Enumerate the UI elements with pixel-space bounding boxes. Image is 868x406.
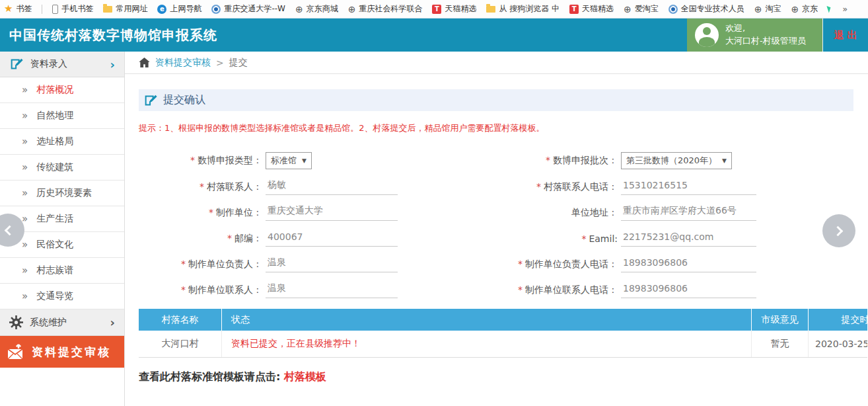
bookmark-label: 手机书签	[61, 3, 93, 15]
bookmarks-overflow-chevron[interactable]: »	[842, 4, 848, 14]
chevron-down-icon: ▼	[302, 157, 307, 164]
required-marker: *	[518, 284, 523, 295]
sidebar-item-natural-geography[interactable]: » 自然地理	[0, 103, 124, 129]
bookmark-item[interactable]: 常用网址	[103, 3, 147, 15]
breadcrumb: 资料提交审核 > 提交	[125, 52, 868, 74]
bookmark-label: 重庆社会科学联合	[359, 3, 422, 15]
unit-leader-phone-input[interactable]	[621, 256, 756, 272]
postcode-input[interactable]	[266, 230, 398, 247]
field-label: *数博申报类型：	[139, 155, 266, 167]
required-marker: *	[581, 233, 586, 244]
village-contact-phone-input[interactable]	[621, 179, 756, 195]
double-chevron-icon: »	[22, 264, 28, 276]
section-title: 提交确认	[163, 93, 205, 107]
field-label-text: Eamil:	[589, 233, 618, 244]
field-label-text: 邮编：	[235, 233, 262, 243]
folder-icon	[486, 6, 495, 13]
next-arrow-button[interactable]	[822, 214, 855, 247]
sidebar-item-traffic-guide[interactable]: » 交通导览	[0, 284, 124, 309]
bookmark-item[interactable]: ⊕ 京东	[791, 3, 818, 15]
bookmark-label: 天猫精选	[445, 3, 476, 15]
globe-icon: ⊕	[791, 5, 799, 14]
double-chevron-icon: »	[22, 136, 28, 147]
unit-contact-phone-input[interactable]	[621, 282, 756, 298]
double-chevron-icon: »	[22, 239, 28, 251]
field-label: *邮编：	[139, 233, 266, 245]
producer-unit-input[interactable]	[266, 204, 398, 221]
globe-icon: ⊕	[754, 5, 762, 14]
bookmark-item[interactable]: ⊕ 京东商城	[295, 3, 338, 15]
bookmark-item[interactable]: ⊕ 重庆社会科学联合	[348, 3, 423, 15]
required-marker: *	[181, 284, 186, 295]
site-logo-icon	[669, 5, 678, 14]
batch-select[interactable]: 第三批数博（2020年） ▼	[621, 152, 732, 169]
cell-village-name: 大河口村	[139, 331, 222, 357]
sidebar-item-label: 系统维护	[30, 317, 104, 329]
required-marker: *	[546, 155, 550, 165]
app-header: 中国传统村落数字博物馆申报系统 欢迎, 大河口村-村级管理员 退 出	[0, 19, 868, 52]
bookmark-label: 书签	[16, 3, 32, 15]
sidebar-item-system-maintenance[interactable]: 系统维护 ›	[0, 309, 124, 336]
email-input[interactable]	[621, 230, 756, 247]
cell-city-opinion: 暂无	[752, 331, 809, 357]
sidebar-item-village-records[interactable]: » 村志族谱	[0, 258, 124, 284]
select-value: 标准馆	[271, 155, 297, 167]
bookmark-item[interactable]: ★ 书签	[4, 3, 32, 15]
sidebar-item-data-entry[interactable]: 资料录入 ›	[0, 52, 124, 77]
double-chevron-icon: »	[22, 161, 28, 173]
bookmark-label: 爱淘宝	[635, 3, 659, 15]
sidebar-item-village-overview[interactable]: » 村落概况	[0, 77, 124, 103]
bookmark-item[interactable]: 手机书签	[52, 3, 93, 15]
cursor-icon	[827, 5, 832, 13]
bookmark-item[interactable]: 重庆交通大学--W	[211, 3, 285, 15]
bookmark-label: 京东	[802, 3, 818, 15]
unit-contact-input[interactable]	[266, 282, 398, 298]
bookmark-item[interactable]: e 上网导航	[157, 3, 201, 15]
mail-submit-icon	[7, 343, 26, 360]
sidebar-item-traditional-architecture[interactable]: » 传统建筑	[0, 155, 124, 181]
sidebar-item-label: 选址格局	[36, 136, 73, 147]
village-template-link[interactable]: 村落模板	[284, 370, 326, 383]
home-icon[interactable]	[139, 58, 150, 67]
breadcrumb-current: 提交	[229, 57, 248, 69]
cell-status: 资料已提交，正在县级推荐中！	[222, 331, 752, 357]
sidebar-item-label: 资料录入	[30, 58, 104, 70]
bookmarks-bar: ★ 书签 手机书签 常用网址 e 上网导航 重庆交通大学--W ⊕ 京东商城 ⊕…	[0, 0, 868, 19]
site-logo-icon	[211, 5, 221, 14]
field-label: *Eamil:	[398, 233, 621, 244]
breadcrumb-link[interactable]: 资料提交审核	[155, 57, 211, 69]
bookmark-item[interactable]: ⊕ 淘宝	[754, 3, 781, 15]
unit-address-input[interactable]	[621, 204, 756, 221]
chevron-right-icon: ›	[110, 58, 115, 71]
required-marker: *	[199, 181, 204, 192]
field-label-text: 数博申报批次：	[553, 155, 618, 165]
sidebar-item-label: 传统建筑	[36, 161, 73, 173]
logout-button[interactable]: 退 出	[822, 19, 868, 52]
sidebar-item-label: 村志族谱	[36, 264, 73, 276]
field-label-text: 村落联系人电话：	[544, 181, 618, 192]
sidebar-item-label: 历史环境要素	[36, 187, 92, 199]
bookmark-item[interactable]: 全国专业技术人员	[669, 3, 744, 15]
museum-type-select[interactable]: 标准馆 ▼	[266, 152, 312, 169]
bookmark-item[interactable]: T 天猫精选	[432, 3, 476, 15]
field-label-text: 制作单位：	[216, 207, 262, 218]
unit-leader-input[interactable]	[266, 256, 398, 272]
sidebar-item-historic-environment[interactable]: » 历史环境要素	[0, 181, 124, 206]
select-value: 第三批数博（2020年）	[626, 155, 717, 167]
required-marker: *	[518, 259, 523, 269]
hint-text: 提示：1、根据申报的数博类型选择标准馆或者是精品馆。2、村落提交后，精品馆用户需…	[139, 122, 853, 134]
village-contact-input[interactable]	[266, 179, 398, 195]
col-status: 状态	[222, 309, 752, 331]
sidebar-item-submit-review[interactable]: 资料提交审核	[0, 336, 124, 368]
template-note-text: 查看此村落标准馆模板请点击:	[139, 370, 284, 383]
bookmark-label: 全国专业技术人员	[681, 3, 744, 15]
sidebar-item-site-layout[interactable]: » 选址格局	[0, 129, 124, 155]
field-label-text: 单位地址：	[571, 207, 618, 218]
tmall-icon: T	[432, 5, 441, 14]
sidebar-item-label: 自然地理	[36, 110, 73, 122]
bookmark-item[interactable]: ⊕ 爱淘宝	[624, 3, 659, 15]
field-label: 单位地址：	[398, 207, 621, 219]
field-label: *村落联系人电话：	[398, 181, 621, 193]
bookmark-item[interactable]: 从 搜狗浏览器 中	[486, 3, 560, 15]
bookmark-item[interactable]: T 天猫精选	[569, 3, 614, 15]
